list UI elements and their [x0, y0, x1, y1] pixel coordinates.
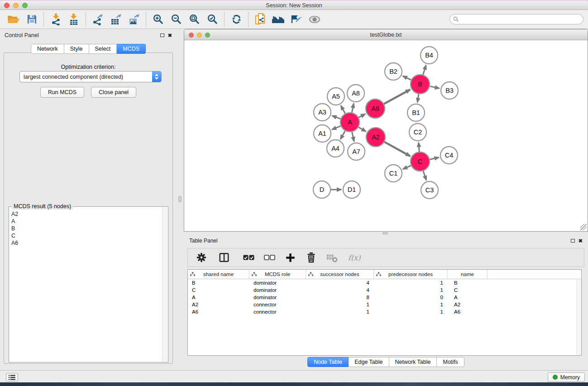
- duplicate-network-button[interactable]: [251, 11, 269, 28]
- select-all-button[interactable]: [241, 250, 256, 265]
- edge-B-B3[interactable]: [430, 86, 440, 89]
- home-button[interactable]: [269, 11, 287, 28]
- column-header[interactable]: successor nodes: [306, 270, 374, 279]
- tab-mcds[interactable]: MCDS: [117, 44, 146, 54]
- node-label-A5: A5: [332, 93, 340, 100]
- table-scrollbar[interactable]: [576, 280, 581, 355]
- float-panel-icon[interactable]: [571, 239, 575, 243]
- function-builder-button[interactable]: f(x): [348, 253, 360, 262]
- splitter-handle[interactable]: [178, 196, 182, 202]
- criterion-select[interactable]: largest connected component (directed): [19, 71, 162, 82]
- result-list-scrollbar[interactable]: [162, 207, 167, 362]
- app-title: Session: New Session: [266, 2, 322, 9]
- edge-B-B4[interactable]: [423, 65, 426, 75]
- result-list-item[interactable]: A2: [10, 210, 162, 218]
- search-input[interactable]: [449, 14, 583, 24]
- hide-graphics-button[interactable]: [306, 11, 324, 28]
- column-header[interactable]: predecessor nodes: [374, 270, 448, 279]
- zoom-fit-button[interactable]: [185, 11, 203, 28]
- refresh-view-button[interactable]: [227, 11, 245, 28]
- splitter-handle[interactable]: [382, 232, 388, 234]
- table-row[interactable]: Adominator80A: [188, 294, 581, 301]
- delete-column-button[interactable]: [304, 250, 318, 265]
- tab-select[interactable]: Select: [89, 44, 117, 54]
- export-table-button[interactable]: [107, 11, 125, 28]
- home-icon: [272, 14, 285, 25]
- import-table-icon: [68, 13, 80, 25]
- table-row[interactable]: A2connector11A2: [188, 301, 581, 308]
- zoom-fit-icon: [189, 14, 200, 25]
- import-network-button[interactable]: [47, 11, 65, 28]
- zoom-in-button[interactable]: [149, 11, 167, 28]
- tab-network-table[interactable]: Network Table: [389, 357, 437, 367]
- import-table-button[interactable]: [65, 11, 83, 28]
- mcds-result-list[interactable]: A2ABCA6: [10, 210, 162, 361]
- edge-A2-C[interactable]: [384, 142, 410, 156]
- zoom-selected-button[interactable]: [203, 11, 221, 28]
- edge-B-B1[interactable]: [417, 94, 419, 102]
- open-session-button[interactable]: [5, 11, 23, 28]
- result-list-item[interactable]: A6: [10, 239, 162, 247]
- close-frame-button[interactable]: [189, 33, 194, 38]
- toolbar-separator: [248, 12, 249, 27]
- tab-edge-table[interactable]: Edge Table: [349, 357, 389, 367]
- memory-button[interactable]: Memory: [548, 372, 585, 382]
- table-cell: A: [448, 295, 488, 300]
- export-image-button[interactable]: [125, 11, 143, 28]
- resize-grip-icon[interactable]: [580, 224, 587, 230]
- column-header[interactable]: name: [448, 270, 488, 279]
- annotation-button[interactable]: [287, 11, 306, 28]
- column-header[interactable]: MCDS role: [249, 270, 306, 279]
- save-session-button[interactable]: [23, 11, 41, 28]
- edge-B-B2[interactable]: [403, 76, 411, 80]
- edge-A-A6[interactable]: [359, 114, 365, 118]
- float-panel-icon[interactable]: [160, 33, 164, 37]
- close-panel-button[interactable]: Close panel: [91, 87, 136, 98]
- zoom-frame-button[interactable]: [205, 33, 210, 38]
- zoom-window-button[interactable]: [22, 3, 28, 8]
- edge-C-C4[interactable]: [430, 157, 439, 159]
- deselect-all-button[interactable]: [262, 250, 277, 265]
- column-header[interactable]: shared name: [188, 270, 249, 279]
- edge-C-C2[interactable]: [419, 143, 420, 152]
- table-row[interactable]: A6connector11A6: [188, 308, 581, 315]
- tab-network[interactable]: Network: [31, 44, 64, 54]
- tab-motifs[interactable]: Motifs: [437, 357, 464, 367]
- tab-style[interactable]: Style: [64, 44, 89, 54]
- edge-A-A1[interactable]: [332, 126, 340, 129]
- edge-A-A8[interactable]: [352, 104, 354, 113]
- result-list-item[interactable]: A: [10, 218, 162, 225]
- edge-A-A3[interactable]: [332, 116, 341, 119]
- edge-C-C3[interactable]: [423, 171, 426, 180]
- edge-A-A5[interactable]: [341, 105, 345, 113]
- result-list-item[interactable]: B: [10, 225, 162, 232]
- table-cell: connector: [249, 302, 306, 307]
- tab-node-table[interactable]: Node Table: [307, 357, 349, 367]
- network-canvas[interactable]: B4B2BB3A8A5A6A3B1AC2A1A2A4A7C4CC1DD1C3: [184, 40, 588, 231]
- destroy-table-button[interactable]: [325, 250, 339, 265]
- edge-A-A7[interactable]: [352, 132, 354, 142]
- split-view-button[interactable]: [217, 250, 231, 265]
- edge-A-A4[interactable]: [340, 131, 345, 139]
- table-row[interactable]: Bdominator41B: [188, 279, 581, 286]
- minimize-frame-button[interactable]: [197, 33, 202, 38]
- close-panel-icon[interactable]: ✖: [168, 33, 172, 38]
- export-network-button[interactable]: [89, 11, 107, 28]
- table-settings-button[interactable]: [194, 250, 209, 265]
- table-row[interactable]: Cdominator41C: [188, 286, 581, 294]
- network-window-titlebar[interactable]: testGlobe.txt: [184, 29, 588, 40]
- edge-A6-B[interactable]: [384, 90, 410, 104]
- result-list-item[interactable]: C: [10, 232, 162, 239]
- task-history-button[interactable]: [6, 373, 18, 381]
- vertical-splitter[interactable]: [177, 29, 184, 370]
- close-window-button[interactable]: [4, 3, 10, 8]
- minimize-window-button[interactable]: [13, 3, 19, 8]
- app-titlebar: Session: New Session: [0, 1, 588, 10]
- zoom-out-button[interactable]: [167, 11, 185, 28]
- add-column-button[interactable]: [283, 250, 297, 265]
- horizontal-splitter[interactable]: [184, 232, 588, 235]
- close-panel-icon[interactable]: ✖: [578, 238, 583, 243]
- edge-A-A2[interactable]: [359, 127, 366, 131]
- run-mcds-button[interactable]: Run MCDS: [40, 87, 84, 98]
- edge-C-C1[interactable]: [403, 166, 411, 169]
